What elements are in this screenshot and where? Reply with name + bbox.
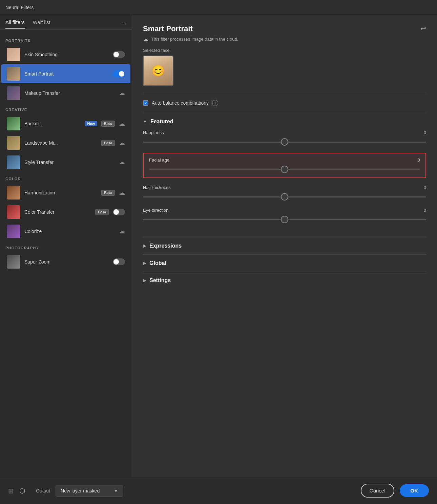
slider-thumb-happiness[interactable] (281, 138, 288, 146)
slider-value-facial-age: 0 (418, 158, 420, 163)
chevron-expressions: ▶ (143, 244, 146, 248)
slider-label-row-happiness: Happiness 0 (143, 130, 426, 135)
filter-thumb-skin-smoothing (7, 48, 20, 61)
sp-header-left: Smart Portrait ☁ This filter processes i… (143, 24, 238, 42)
more-button[interactable]: ... (121, 19, 126, 29)
slider-label-row-eye-direction: Eye direction 0 (143, 208, 426, 213)
app-title: Neural Filters (5, 5, 34, 10)
face-sim: 😊 (144, 56, 173, 85)
slider-label-hair-thickness: Hair thickness (143, 185, 171, 190)
slider-track-container-happiness[interactable] (143, 138, 426, 146)
filter-name-smart-portrait: Smart Portrait (24, 71, 109, 77)
accordion-header-settings[interactable]: ▶ Settings (143, 272, 426, 289)
auto-balance-checkbox[interactable] (143, 100, 148, 106)
slider-value-happiness: 0 (424, 130, 426, 135)
tab-all-filters[interactable]: All filters (5, 19, 25, 29)
face-thumbnail[interactable]: 😊 (143, 56, 173, 86)
filter-thumb-backdrop (7, 117, 20, 130)
section-photography-header: PHOTOGRAPHY (0, 241, 132, 252)
badge-beta-harmonize: Beta (101, 190, 115, 196)
main-layout: All filters Wait list ... PORTRAITS Skin… (0, 15, 437, 477)
filter-item-color-transfer[interactable]: Color Transfer Beta (1, 203, 130, 222)
slider-track-container-hair-thickness[interactable] (143, 193, 426, 201)
slider-track-eye-direction (143, 219, 426, 220)
accordion-label-global: Global (149, 260, 166, 266)
slider-track-container-facial-age[interactable] (149, 165, 420, 173)
filter-item-style-transfer[interactable]: Style Transfer ☁ (1, 153, 130, 172)
accordion-global: ▶ Global (143, 254, 426, 272)
auto-balance-info-icon[interactable]: i (212, 100, 218, 106)
cloud-icon-makeup: ☁ (119, 89, 125, 97)
toggle-superzoom[interactable] (113, 258, 125, 265)
filter-item-makeup-transfer[interactable]: Makeup Transfer ☁ (1, 84, 130, 103)
badge-beta-colortransfer: Beta (95, 209, 109, 215)
filter-name-harmonize: Harmonization (24, 190, 97, 195)
slider-thumb-facial-age[interactable] (281, 166, 288, 173)
accordion-header-expressions[interactable]: ▶ Expressions (143, 237, 426, 254)
slider-label-row-hair-thickness: Hair thickness 0 (143, 185, 426, 190)
tab-wait-list[interactable]: Wait list (33, 19, 50, 29)
filter-thumb-style (7, 155, 20, 169)
divider-1 (143, 93, 426, 93)
slider-thumb-eye-direction[interactable] (281, 216, 288, 223)
accordion-header-global[interactable]: ▶ Global (143, 255, 426, 272)
filter-name-backdrop: Backdr... (24, 121, 81, 126)
filter-item-harmonization[interactable]: Harmonization Beta ☁ (1, 183, 130, 202)
section-portraits-header: PORTRAITS (0, 34, 132, 45)
slider-label-row-facial-age: Facial age 0 (149, 158, 420, 163)
accordion-label-featured: Featured (150, 119, 173, 125)
split-view-icon[interactable]: ⊞ (8, 487, 14, 495)
cloud-icon-backdrop: ☁ (119, 120, 125, 127)
filter-item-skin-smoothing[interactable]: Skin Smoothing (1, 45, 130, 64)
filter-name-style: Style Transfer (24, 160, 115, 165)
ok-button[interactable]: OK (400, 484, 429, 497)
smart-portrait-header: Smart Portrait ☁ This filter processes i… (143, 24, 426, 42)
badge-new-backdrop: New (85, 121, 98, 126)
toggle-smart-portrait[interactable] (113, 70, 125, 77)
filter-item-landscape-mixer[interactable]: Landscape Mi... Beta ☁ (1, 133, 130, 152)
accordion-settings: ▶ Settings (143, 272, 426, 289)
filter-thumb-colortransfer (7, 205, 20, 219)
bottom-icons: ⊞ ⬡ (8, 487, 25, 495)
tab-bar: All filters Wait list ... (0, 15, 132, 30)
filter-name-colorize: Colorize (24, 229, 115, 234)
slider-value-hair-thickness: 0 (424, 185, 426, 190)
toggle-skin-smoothing[interactable] (113, 51, 125, 58)
slider-hair-thickness: Hair thickness 0 (143, 185, 426, 201)
filter-item-backdrop[interactable]: Backdr... New Beta ☁ (1, 114, 130, 133)
sp-title: Smart Portrait (143, 24, 238, 33)
output-dropdown[interactable]: New layer masked ▼ (56, 485, 123, 497)
right-panel: Smart Portrait ☁ This filter processes i… (132, 15, 437, 477)
chevron-featured: ▼ (143, 119, 147, 124)
right-content: Smart Portrait ☁ This filter processes i… (132, 15, 437, 298)
filter-thumb-makeup-transfer (7, 86, 20, 100)
filter-thumb-superzoom (7, 255, 20, 269)
cancel-button[interactable]: Cancel (361, 484, 394, 498)
filter-item-colorize[interactable]: Colorize ☁ (1, 222, 130, 241)
accordion-header-featured[interactable]: ▼ Featured (143, 113, 426, 130)
sliders-featured: Happiness 0 Facial age 0 (143, 130, 426, 237)
slider-track-hair-thickness (143, 196, 426, 197)
filter-thumb-smart-portrait (7, 67, 20, 81)
slider-happiness: Happiness 0 (143, 130, 426, 146)
layers-icon[interactable]: ⬡ (19, 487, 25, 495)
filter-name-landscape: Landscape Mi... (24, 140, 97, 146)
slider-track-facial-age (149, 169, 420, 170)
cloud-note-text: This filter processes image data in the … (151, 37, 238, 42)
auto-balance-label: Auto balance combinations (152, 100, 209, 106)
bottom-bar: ⊞ ⬡ Output New layer masked ▼ Cancel OK (0, 477, 437, 504)
slider-track-container-eye-direction[interactable] (143, 215, 426, 224)
toggle-colortransfer[interactable] (113, 209, 125, 215)
slider-value-eye-direction: 0 (424, 208, 426, 213)
filter-list: PORTRAITS Skin Smoothing Smart Portrait … (0, 30, 132, 477)
section-color-header: COLOR (0, 172, 132, 183)
filter-item-smart-portrait[interactable]: Smart Portrait (1, 64, 130, 83)
filter-item-super-zoom[interactable]: Super Zoom (1, 252, 130, 271)
section-creative-header: CREATIVE (0, 103, 132, 114)
slider-track-happiness (143, 142, 426, 143)
slider-label-eye-direction: Eye direction (143, 208, 168, 213)
slider-label-facial-age: Facial age (149, 158, 169, 163)
title-bar: Neural Filters (0, 0, 437, 15)
undo-button[interactable]: ↩ (420, 24, 426, 33)
slider-thumb-hair-thickness[interactable] (281, 193, 288, 201)
